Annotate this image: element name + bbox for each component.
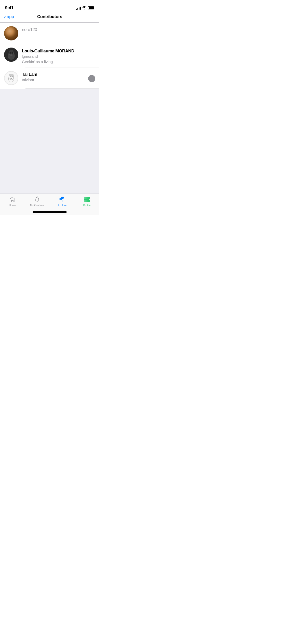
svg-point-12 bbox=[10, 52, 11, 54]
svg-rect-5 bbox=[11, 31, 14, 33]
content-area: nero120 Louis-Guillaume MORAND lgmorand bbox=[0, 23, 99, 204]
home-icon bbox=[9, 196, 16, 203]
back-button[interactable]: ‹ app bbox=[4, 14, 14, 19]
tab-notifications-label: Notifications bbox=[30, 204, 44, 207]
contributor-display-name: Louis-Guillaume MORAND bbox=[22, 49, 95, 54]
notifications-icon bbox=[34, 196, 41, 203]
list-item[interactable]: Tai Lam taivlam bbox=[0, 67, 99, 89]
svg-point-13 bbox=[12, 52, 13, 54]
tab-profile[interactable]: Profile bbox=[75, 196, 100, 207]
svg-rect-3 bbox=[8, 31, 14, 33]
contributors-list: nero120 Louis-Guillaume MORAND lgmorand bbox=[0, 23, 99, 89]
explore-icon bbox=[59, 196, 66, 203]
avatar bbox=[4, 48, 18, 62]
avatar-image bbox=[4, 48, 18, 62]
battery-icon bbox=[88, 6, 94, 9]
svg-point-14 bbox=[5, 71, 18, 84]
nav-title: Contributors bbox=[37, 14, 62, 19]
wifi-icon bbox=[82, 6, 86, 9]
nav-bar: ‹ app Contributors bbox=[0, 12, 99, 22]
tab-profile-label: Profile bbox=[83, 204, 91, 207]
contributor-username: lgmorand bbox=[22, 54, 95, 58]
svg-point-18 bbox=[9, 74, 13, 76]
svg-point-0 bbox=[4, 26, 18, 40]
status-icons bbox=[76, 6, 94, 10]
list-item[interactable]: Louis-Guillaume MORAND lgmorand Geekin' … bbox=[0, 44, 99, 67]
svg-rect-6 bbox=[11, 31, 12, 32]
avatar-image bbox=[4, 26, 18, 40]
status-dot bbox=[88, 75, 95, 82]
profile-icon bbox=[83, 196, 90, 203]
tab-explore-label: Explore bbox=[58, 204, 66, 207]
home-bar bbox=[33, 211, 67, 213]
contributor-info: Louis-Guillaume MORAND lgmorand Geekin' … bbox=[22, 48, 95, 64]
list-item[interactable]: nero120 bbox=[0, 23, 99, 44]
tab-home[interactable]: Home bbox=[0, 196, 25, 207]
back-chevron-icon: ‹ bbox=[4, 14, 6, 19]
svg-point-1 bbox=[8, 30, 15, 38]
contributor-info: nero120 bbox=[22, 26, 95, 32]
avatar-sketch bbox=[4, 71, 18, 85]
tab-home-label: Home bbox=[9, 204, 16, 207]
back-label: app bbox=[7, 14, 14, 19]
svg-point-2 bbox=[8, 29, 14, 35]
contributor-username: taivlam bbox=[22, 78, 86, 82]
signal-icon bbox=[76, 6, 81, 10]
tab-notifications[interactable]: Notifications bbox=[25, 196, 50, 207]
contributor-info: Tai Lam taivlam bbox=[22, 71, 86, 82]
status-time: 9:41 bbox=[5, 5, 13, 10]
avatar bbox=[4, 26, 18, 40]
avatar bbox=[4, 71, 18, 85]
gray-area bbox=[0, 89, 99, 204]
contributor-display-name: Tai Lam bbox=[22, 72, 86, 77]
svg-rect-4 bbox=[8, 31, 11, 33]
contributor-bio: Geekin' as a living bbox=[22, 60, 95, 64]
contributor-username: nero120 bbox=[22, 27, 95, 32]
status-bar: 9:41 bbox=[0, 0, 99, 12]
tab-explore[interactable]: Explore bbox=[50, 196, 75, 207]
svg-point-7 bbox=[10, 34, 12, 36]
